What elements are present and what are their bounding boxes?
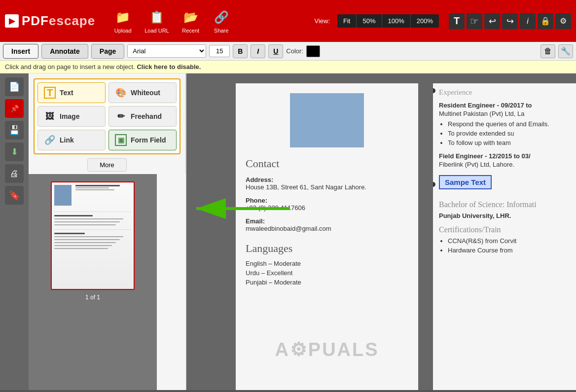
insert-text-label: Text <box>60 89 73 97</box>
insert-link-button[interactable]: 🔗 Link <box>37 130 106 150</box>
lock-icon[interactable]: 🔒 <box>538 13 553 29</box>
bullet-2: To provide extended su <box>448 130 570 137</box>
insert-formfield-label: Form Field <box>131 136 166 144</box>
app-header: ▶ PDFescape 📁 Upload 📋 Load URL 📂 Recent… <box>0 0 576 42</box>
italic-button[interactable]: I <box>251 44 265 58</box>
freehand-insert-icon: ✏ <box>115 110 127 122</box>
redo-icon[interactable]: ↪ <box>502 13 518 29</box>
lang-item-punjabi: Punjabi – Moderate <box>246 279 408 286</box>
load-url-tool[interactable]: 📋 Load URL <box>141 6 173 36</box>
load-url-icon: 📋 <box>148 8 166 26</box>
address-label: Address: <box>246 176 408 183</box>
left-sidebar: 📄 📌 💾 ⬇ 🖨 🔖 <box>0 73 29 390</box>
delete-button[interactable]: 🗑 <box>540 44 555 58</box>
load-url-label: Load URL <box>144 28 169 34</box>
font-size-input[interactable]: 15 <box>209 45 230 57</box>
insert-whiteout-label: Whiteout <box>131 89 160 97</box>
hand-icon[interactable]: ☞ <box>467 13 482 29</box>
info-bar-link[interactable]: Click here to disable. <box>137 63 201 71</box>
page-thumbnail[interactable] <box>51 181 135 290</box>
content-area: Contact Address: House 13B, Street 61, S… <box>186 73 576 390</box>
whiteout-insert-icon: 🎨 <box>115 87 127 99</box>
view-50-btn[interactable]: 50% <box>357 14 382 28</box>
more-button[interactable]: More <box>87 158 127 172</box>
tab-page[interactable]: Page <box>91 44 124 59</box>
sidebar-annotate-icon[interactable]: 📌 <box>5 99 24 118</box>
thumbnail-panel: 1 of 1 <box>29 174 157 390</box>
tab-annotate[interactable]: Annotate <box>41 44 88 59</box>
languages-heading: Languages <box>246 242 408 255</box>
upload-label: Upload <box>114 28 132 34</box>
insert-freehand-label: Freehand <box>131 112 162 120</box>
job2-title: Field Engineer - 12/2015 to 03/ <box>439 152 570 160</box>
lang-item-english: English – Moderate <box>246 260 408 267</box>
view-fit-btn[interactable]: Fit <box>337 14 357 28</box>
pdf-page-left: Contact Address: House 13B, Street 61, S… <box>236 83 418 390</box>
cert-item-2: Hardware Course from <box>448 247 570 254</box>
underline-button[interactable]: U <box>268 44 283 58</box>
bullet-1: Respond the queries of and Emails. <box>448 120 570 128</box>
languages-section: Languages English – Moderate Urdu – Exce… <box>246 242 408 286</box>
recent-tool[interactable]: 📂 Recent <box>178 6 204 36</box>
thumbnail-page-label: 1 of 1 <box>85 294 100 301</box>
color-swatch[interactable] <box>306 45 320 57</box>
app-logo: ▶ PDFescape <box>5 13 95 29</box>
bullet-3: To follow up with team <box>448 139 570 146</box>
cert-list: CCNA(R&S) from Corvit Hardware Course fr… <box>439 237 570 254</box>
share-icon: 🔗 <box>213 8 230 26</box>
view-label: View: <box>314 17 330 25</box>
info-icon[interactable]: i <box>520 13 536 29</box>
sidebar-download-icon[interactable]: ⬇ <box>5 143 24 161</box>
share-tool[interactable]: 🔗 Share <box>209 6 234 36</box>
formfield-insert-icon: ▣ <box>115 134 127 146</box>
font-select[interactable]: Arial Times New Roman Helvetica <box>127 44 206 58</box>
address-value: House 13B, Street 61, Sant Nagar Lahore. <box>246 183 408 191</box>
toolbar-row: Insert Annotate Page Arial Times New Rom… <box>0 42 576 61</box>
right-content-panel: Experience Resident Engineer - 09/2017 t… <box>433 83 576 390</box>
insert-link-label: Link <box>60 136 74 144</box>
education-section: Bachelor of Science: Informati <box>439 200 570 209</box>
lang-item-urdu: Urdu – Excellent <box>246 269 408 277</box>
address-field: Address: House 13B, Street 61, Sant Naga… <box>246 176 408 191</box>
view-200-btn[interactable]: 200% <box>411 14 439 28</box>
sidebar-save-icon[interactable]: 💾 <box>5 121 24 140</box>
university-name: Punjab University, LHR. <box>439 212 511 219</box>
recent-icon: 📂 <box>182 8 200 26</box>
experience-heading-right: Experience <box>439 88 570 97</box>
cert-heading: Certifications/Train <box>439 225 570 234</box>
job2-company: Fiberlink (Pvt) Ltd, Lahore. <box>439 161 570 168</box>
insert-image-button[interactable]: 🖼 Image <box>37 106 106 127</box>
green-arrow <box>191 194 300 223</box>
cert-item-1: CCNA(R&S) from Corvit <box>448 237 570 245</box>
insert-panel: T Text 🎨 Whiteout 🖼 Image ✏ Freehand 🔗 <box>29 73 186 174</box>
color-label: Color: <box>286 47 303 55</box>
job1-company: Multinet Pakistan (Pvt) Ltd, La <box>439 110 570 117</box>
watermark: A⚙PUALS <box>275 339 379 360</box>
contact-heading: Contact <box>246 157 408 170</box>
sidebar-new-doc-icon[interactable]: 📄 <box>5 77 24 96</box>
bold-button[interactable]: B <box>233 44 248 58</box>
upload-tool[interactable]: 📁 Upload <box>110 6 136 36</box>
sample-text-box[interactable]: Sampe Text <box>439 175 492 189</box>
undo-icon[interactable]: ↩ <box>484 13 500 29</box>
email-value: mwaleedbinobaid@gmail.com <box>246 225 408 232</box>
insert-grid: T Text 🎨 Whiteout 🖼 Image ✏ Freehand 🔗 <box>34 78 180 154</box>
resize-handle-bottom <box>433 182 435 187</box>
settings-icon[interactable]: ⚙ <box>555 13 571 29</box>
view-100-btn[interactable]: 100% <box>382 14 411 28</box>
job1-title: Resident Engineer - 09/2017 to <box>439 102 570 109</box>
view-controls: Fit 50% 100% 200% <box>337 14 439 28</box>
insert-freehand-button[interactable]: ✏ Freehand <box>108 106 177 127</box>
wrench-button[interactable]: 🔧 <box>558 44 573 58</box>
insert-whiteout-button[interactable]: 🎨 Whiteout <box>108 82 177 103</box>
sidebar-bookmark-icon[interactable]: 🔖 <box>5 186 24 205</box>
insert-formfield-button[interactable]: ▣ Form Field <box>108 130 177 150</box>
sidebar-print-icon[interactable]: 🖨 <box>5 164 24 183</box>
tab-insert[interactable]: Insert <box>3 44 38 59</box>
main-layout: 📄 📌 💾 ⬇ 🖨 🔖 T Text 🎨 Whiteout 🖼 Image <box>0 73 576 390</box>
thumbnail-image <box>52 182 134 289</box>
recent-label: Recent <box>182 28 199 34</box>
text-cursor-icon[interactable]: T <box>449 13 465 29</box>
insert-text-button[interactable]: T Text <box>37 82 106 103</box>
link-insert-icon: 🔗 <box>44 134 56 146</box>
